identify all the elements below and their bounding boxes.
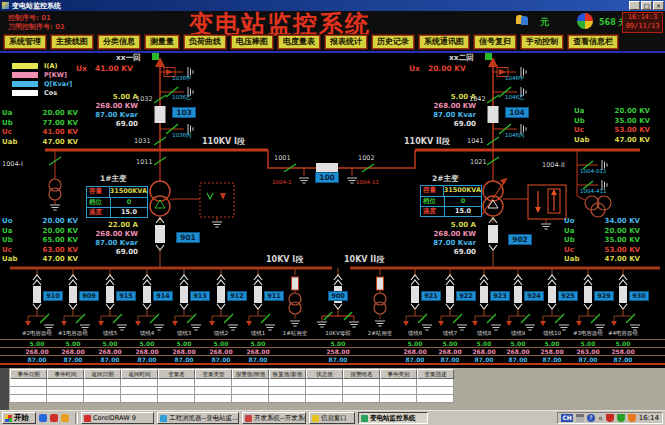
start-button[interactable]: 开始 [2, 412, 36, 424]
table-header-10[interactable]: 报警组名 [343, 369, 380, 379]
media-icon[interactable] [50, 414, 58, 422]
feeder-breaker-label-912[interactable]: 912 [227, 291, 247, 301]
table-cell [343, 379, 380, 387]
breaker-label-901[interactable]: 901 [176, 232, 200, 243]
menu-button-8[interactable]: 报表统计 [325, 35, 367, 49]
feeder-breaker-label-914[interactable]: 914 [153, 291, 173, 301]
menu-button-4[interactable]: 测量量 [145, 35, 179, 49]
table-header-6[interactable]: 变量类型 [195, 369, 232, 379]
task-icon [160, 415, 167, 422]
menu-button-13[interactable]: 查看信息栏 [568, 35, 618, 49]
menu-button-1[interactable]: 系统管理 [4, 35, 46, 49]
table-header-12[interactable]: 变量描述 [417, 369, 454, 379]
feeder-name: 馈线7 [431, 330, 469, 337]
feeder-name: 馈线2 [202, 330, 240, 337]
chevron-collapse-icon[interactable]: « [598, 414, 603, 423]
feeder-breaker-label-929[interactable]: 929 [594, 291, 614, 301]
event-table-header: 事件日期事件时间返回日期返回时间变量名变量类型报警值/限值恢复值/新值状态值报警… [10, 369, 454, 379]
feeder-symbol-1#站用变[interactable] [289, 268, 301, 326]
feeder-breaker-label-911[interactable]: 911 [264, 291, 284, 301]
pt-110kv-left [49, 150, 61, 210]
switch-label: 1036丙 [172, 132, 192, 139]
table-header-3[interactable]: 返回日期 [84, 369, 121, 379]
taskbar-task-5[interactable]: 变电站监控系统 [358, 412, 428, 424]
breaker-label-103[interactable]: 103 [172, 107, 196, 118]
feeder-active-power: 258.00 [533, 348, 571, 355]
line2-name: xx二回 [449, 53, 474, 63]
feeder-breaker-label-900[interactable]: 900 [328, 291, 348, 301]
feeder-breaker-label-930[interactable]: 930 [629, 291, 649, 301]
menu-button-6[interactable]: 电压棒图 [231, 35, 273, 49]
legend-swatch [12, 90, 38, 96]
taskbar-task-2[interactable]: 工程浏览器--变电站监... [157, 412, 239, 424]
table-header-5[interactable]: 变量名 [158, 369, 195, 379]
table-header-9[interactable]: 状态值 [306, 369, 343, 379]
breaker-label-902[interactable]: 902 [508, 234, 532, 245]
feeder-breaker-label-910[interactable]: 910 [43, 291, 63, 301]
menu-button-7[interactable]: 电度量表 [278, 35, 320, 49]
table-cell [158, 387, 195, 395]
security-shield-red-icon[interactable] [606, 414, 614, 422]
feeder-breaker-label-913[interactable]: 913 [190, 291, 210, 301]
table-header-8[interactable]: 恢复值/新值 [269, 369, 306, 379]
voltage-value: 53.00 KV [594, 126, 650, 136]
feeder-breaker-label-915[interactable]: 915 [116, 291, 136, 301]
transformer2-info-box: 容量31500KVA 档位0 温度15.0 [420, 185, 482, 217]
minimize-button[interactable]: _ [629, 1, 640, 10]
transformer1-measurements: 22.00 A 268.00 KW 87.00 Kvar 69.00 [58, 221, 138, 257]
taskbar-task-3[interactable]: 开发系统--开发系统 [242, 412, 306, 424]
taskbar-task-1[interactable]: CorelDRAW 9 [81, 412, 154, 424]
table-header-7[interactable]: 报警值/限值 [232, 369, 269, 379]
menu-button-9[interactable]: 历史记录 [372, 35, 414, 49]
close-button[interactable]: × [653, 1, 664, 10]
legend-swatch [12, 63, 38, 69]
browser-icon[interactable] [39, 414, 47, 422]
feeder-symbol-2#站用变[interactable] [374, 268, 386, 326]
feeder-current: 5.00 [128, 340, 166, 347]
line2-ux: Ux20.00 KV [409, 64, 466, 73]
legend-label: Cos [44, 89, 57, 97]
feeder-breaker-label-925[interactable]: 925 [558, 291, 578, 301]
table-header-11[interactable]: 事件类别 [380, 369, 417, 379]
security-shield-orange-icon[interactable] [628, 414, 636, 422]
table-row[interactable] [10, 387, 454, 395]
table-row[interactable] [10, 379, 454, 387]
menu-button-12[interactable]: 手动控制 [521, 35, 563, 49]
breaker-label-100[interactable]: 100 [315, 172, 339, 183]
table-cell [158, 379, 195, 387]
knife-control-number-label: 刀闸控制序号: 01 [8, 22, 65, 32]
disconnector-label: 1021 [470, 158, 487, 166]
menu-button-3[interactable]: 分类信息 [98, 35, 140, 49]
task-icon [312, 415, 319, 422]
breaker-label-104[interactable]: 104 [505, 107, 529, 118]
menu-button-5[interactable]: 负荷曲线 [184, 35, 226, 49]
table-row[interactable] [10, 395, 454, 403]
table-header-1[interactable]: 事件日期 [10, 369, 47, 379]
security-shield-green-icon[interactable] [617, 414, 625, 422]
menu-button-11[interactable]: 信号复归 [474, 35, 516, 49]
printer-icon[interactable] [576, 414, 584, 422]
feeder-breaker-label-922[interactable]: 922 [456, 291, 476, 301]
table-scroll-strip[interactable] [0, 368, 9, 410]
feeder-breaker-label-924[interactable]: 924 [524, 291, 544, 301]
feeder-breaker-label-921[interactable]: 921 [421, 291, 441, 301]
feeder-current: 5.00 [319, 340, 357, 347]
menu-button-2[interactable]: 主接线图 [51, 35, 93, 49]
table-header-4[interactable]: 返回时间 [121, 369, 158, 379]
voltage-label: Ub [2, 236, 22, 246]
table-cell [10, 395, 47, 403]
feeder-breaker-label-923[interactable]: 923 [490, 291, 510, 301]
transformer-1-symbol[interactable] [150, 150, 200, 268]
help-icon[interactable]: ? [587, 414, 595, 422]
input-method-indicator[interactable]: CH [561, 414, 572, 422]
menu-button-10[interactable]: 系统通讯图 [419, 35, 469, 49]
disconnector-label: 1031 [134, 137, 151, 145]
table-header-2[interactable]: 事件时间 [47, 369, 84, 379]
voltage-value: 47.00 KV [594, 136, 650, 146]
taskbar-task-4[interactable]: 信息窗口 [309, 412, 355, 424]
messenger-icon[interactable] [61, 414, 69, 422]
transformer-2-symbol[interactable] [481, 150, 528, 268]
bus-110kv-2-label: 110KV II段 [404, 136, 450, 147]
maximize-button[interactable]: □ [641, 1, 652, 10]
feeder-breaker-label-909[interactable]: 909 [79, 291, 99, 301]
